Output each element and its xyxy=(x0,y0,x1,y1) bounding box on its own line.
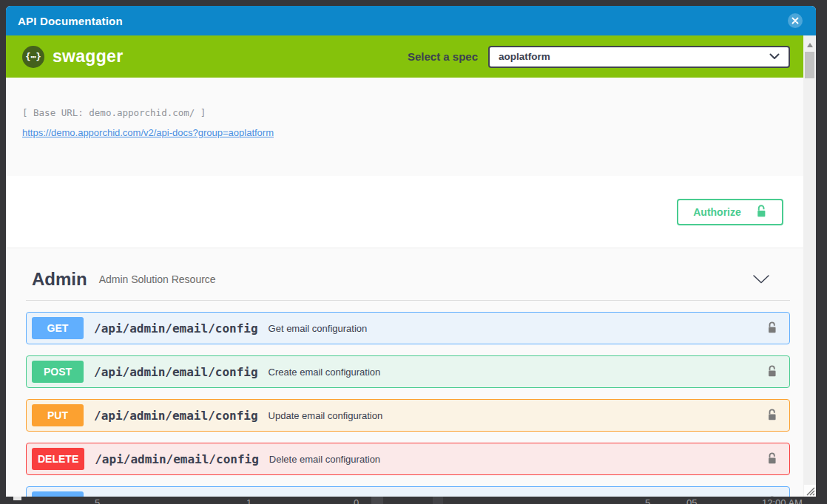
background-page-fragment xyxy=(13,497,21,500)
background-page-fragment: 0 xyxy=(354,497,359,504)
modal-titlebar: API Documentation xyxy=(6,6,816,35)
open-padlock-icon[interactable] xyxy=(767,452,777,466)
resize-grip-icon xyxy=(804,485,816,497)
api-documentation-modal: API Documentation {⋯} swagger Select a s… xyxy=(6,6,816,497)
operation-row-get[interactable]: GET /api/admin/email/config Get email co… xyxy=(26,312,790,344)
endpoint-path: /api/admin/email/config xyxy=(94,409,258,423)
method-badge: DELETE xyxy=(32,448,84,470)
background-page-fragment: 12:00 AM xyxy=(762,497,803,504)
background-page-fragment xyxy=(371,497,383,504)
section-collapse-chevron[interactable] xyxy=(753,275,769,284)
api-docs-link[interactable]: https://demo.apporchid.com/v2/api-docs?g… xyxy=(22,127,274,138)
resize-handle[interactable] xyxy=(804,485,816,497)
method-badge: PUT xyxy=(32,404,84,426)
base-url-text: [ Base URL: demo.apporchid.com/ ] xyxy=(22,107,803,118)
background-page-fragment: 05 xyxy=(686,497,697,504)
background-page-fragment xyxy=(433,497,443,504)
selected-spec-value: aoplatform xyxy=(499,51,769,62)
authorize-button[interactable]: Authorize xyxy=(677,199,783,225)
open-padlock-icon[interactable] xyxy=(767,321,777,335)
swagger-brand: swagger xyxy=(53,47,123,67)
operation-row-post[interactable]: POST /api/admin/email/config Create emai… xyxy=(26,355,790,388)
background-page-fragment: 5 xyxy=(645,497,650,504)
tag-title: Admin xyxy=(32,269,87,290)
tag-subtitle: Admin Solution Resource xyxy=(99,273,216,285)
background-page-fragment: 5 xyxy=(95,497,100,504)
operation-row-get-partial[interactable]: GET xyxy=(26,486,790,497)
spec-select-dropdown[interactable]: aoplatform xyxy=(488,46,790,68)
select-spec-label: Select a spec xyxy=(408,50,478,63)
scroll-up-button[interactable] xyxy=(803,40,816,50)
open-padlock-icon[interactable] xyxy=(767,409,777,422)
endpoint-summary: Create email configuration xyxy=(269,367,381,378)
modal-title: API Documentation xyxy=(18,15,123,27)
scrollbar-thumb[interactable] xyxy=(805,52,814,78)
auth-section: Authorize xyxy=(6,176,803,248)
close-button[interactable] xyxy=(788,13,803,28)
authorize-label: Authorize xyxy=(693,206,741,218)
scroll-up-arrow-icon xyxy=(807,43,813,47)
swagger-logo-icon: {⋯} xyxy=(22,46,44,68)
open-padlock-icon[interactable] xyxy=(767,365,777,378)
operation-row-delete[interactable]: DELETE /api/admin/email/config Delete em… xyxy=(26,443,790,475)
endpoint-summary: Delete email configuration xyxy=(269,454,380,465)
unlock-icon xyxy=(756,205,767,219)
method-badge: GET xyxy=(32,317,84,339)
scrollbar[interactable] xyxy=(803,35,816,497)
background-page-fragment: 1 xyxy=(246,497,252,504)
chevron-down-icon xyxy=(769,53,780,60)
tag-header[interactable]: Admin Admin Solution Resource xyxy=(26,263,790,301)
open-padlock-icon[interactable] xyxy=(767,496,777,497)
tag-section-admin: Admin Admin Solution Resource GET /api/a… xyxy=(6,248,803,497)
api-info-section: [ Base URL: demo.apporchid.com/ ] https:… xyxy=(6,78,803,176)
endpoint-summary: Update email configuration xyxy=(269,410,383,421)
method-badge: GET xyxy=(32,491,84,497)
endpoint-path: /api/admin/email/config xyxy=(94,321,258,336)
modal-content: {⋯} swagger Select a spec aoplatform [ B… xyxy=(6,35,803,497)
swagger-header: {⋯} swagger Select a spec aoplatform xyxy=(6,35,803,78)
chevron-down-icon xyxy=(753,275,769,284)
endpoint-path: /api/admin/email/config xyxy=(95,452,259,466)
operation-row-put[interactable]: PUT /api/admin/email/config Update email… xyxy=(26,399,790,432)
endpoint-summary: Get email configuration xyxy=(269,323,368,334)
endpoint-path: /api/admin/email/config xyxy=(94,365,258,379)
method-badge: POST xyxy=(32,361,84,383)
close-icon xyxy=(791,17,799,24)
